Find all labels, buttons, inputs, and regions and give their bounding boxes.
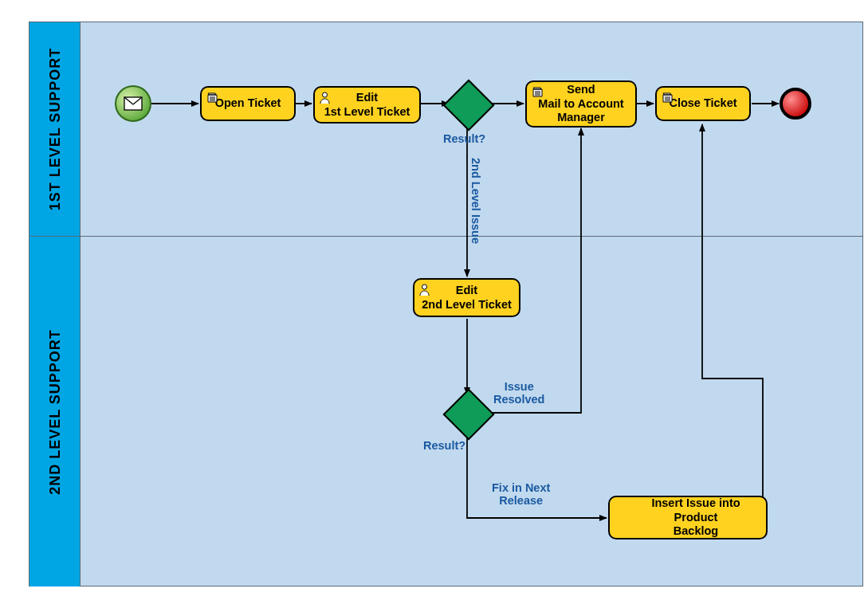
lane-label-first: 1ST LEVEL SUPPORT (46, 48, 63, 211)
user-icon (320, 92, 330, 107)
label-result-2: Result? (423, 439, 465, 452)
task-send-mail-label: Send Mail to Account Manager (538, 83, 623, 124)
file-icon (206, 92, 218, 107)
file-icon (532, 86, 543, 101)
task-send-mail: Send Mail to Account Manager (525, 80, 637, 128)
task-open-ticket: Open Ticket (200, 86, 296, 121)
task-edit-2nd-level: Edit 2nd Level Ticket (413, 278, 520, 317)
svg-rect-0 (124, 97, 142, 110)
label-2nd-level-issue: 2nd Level Issue (469, 158, 482, 244)
lane-label-second: 2ND LEVEL SUPPORT (46, 329, 63, 495)
task-close-ticket: Close Ticket (655, 86, 751, 121)
gateway-result-2 (442, 388, 494, 440)
label-fix-next-release: Fix in Next Release (492, 481, 550, 507)
end-event (781, 89, 810, 118)
bpmn-diagram: 1ST LEVEL SUPPORT 2ND LEVEL SUPPORT (0, 0, 868, 612)
file-icon (662, 92, 673, 107)
task-edit-2nd-level-label: Edit 2nd Level Ticket (422, 284, 512, 312)
user-icon (419, 284, 430, 299)
task-open-ticket-label: Open Ticket (215, 96, 281, 110)
label-result-1: Result? (443, 132, 485, 145)
task-edit-1st-level: Edit 1st Level Ticket (313, 86, 421, 124)
gateway-result-1 (442, 79, 494, 131)
pool: 1ST LEVEL SUPPORT 2ND LEVEL SUPPORT (29, 22, 863, 586)
svg-point-21 (422, 284, 427, 289)
svg-point-14 (323, 92, 328, 97)
lane-header-second: 2ND LEVEL SUPPORT (29, 236, 81, 586)
task-edit-1st-level-label: Edit 1st Level Ticket (324, 91, 410, 119)
task-insert-backlog: Insert Issue into Product Backlog (608, 496, 768, 539)
lane-header-first: 1ST LEVEL SUPPORT (29, 22, 81, 236)
start-event (116, 86, 151, 121)
label-issue-resolved: Issue Resolved (493, 380, 544, 406)
task-insert-backlog-label: Insert Issue into Product Backlog (630, 496, 761, 538)
task-close-ticket-label: Close Ticket (669, 96, 736, 110)
